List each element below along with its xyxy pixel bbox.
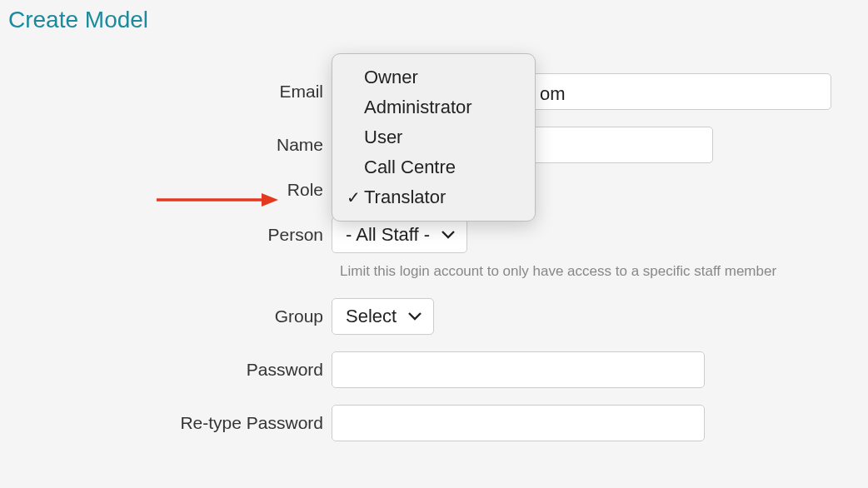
- label-group: Group: [0, 306, 332, 326]
- role-option-label: Translator: [364, 187, 446, 208]
- row-password: Password: [0, 351, 868, 388]
- row-group: Group Select: [0, 298, 868, 335]
- group-select-value: Select: [346, 306, 397, 327]
- label-email: Email: [0, 82, 332, 102]
- role-option-administrator[interactable]: Administrator: [332, 92, 535, 122]
- role-option-translator[interactable]: ✓ Translator: [332, 182, 535, 212]
- role-option-label: Call Centre: [364, 157, 456, 178]
- label-name: Name: [0, 135, 332, 155]
- row-person: Person - All Staff -: [0, 217, 868, 253]
- role-option-user[interactable]: User: [332, 122, 535, 152]
- role-option-label: Owner: [364, 67, 418, 88]
- label-retype-password: Re-type Password: [0, 413, 332, 433]
- chevron-down-icon: [441, 231, 455, 239]
- role-option-label: Administrator: [364, 97, 472, 118]
- password-input[interactable]: [332, 351, 705, 388]
- role-option-owner[interactable]: Owner: [332, 62, 535, 92]
- person-help-text: Limit this login account to only have ac…: [340, 263, 868, 280]
- chevron-down-icon: [408, 312, 422, 321]
- label-password: Password: [0, 360, 332, 380]
- person-select-value: - All Staff -: [346, 224, 430, 246]
- label-person: Person: [0, 225, 332, 245]
- page-title: Create Model: [0, 0, 868, 33]
- email-value-visible-tail: om: [540, 83, 566, 105]
- group-select[interactable]: Select: [332, 298, 434, 335]
- role-option-label: User: [364, 127, 402, 148]
- role-dropdown-popup[interactable]: Owner Administrator User Call Centre ✓ T…: [332, 53, 536, 222]
- person-select[interactable]: - All Staff -: [332, 217, 467, 253]
- check-icon: ✓: [342, 187, 364, 207]
- role-option-call-centre[interactable]: Call Centre: [332, 152, 535, 182]
- label-role: Role: [0, 180, 332, 200]
- retype-password-input[interactable]: [332, 405, 705, 441]
- row-retype-password: Re-type Password: [0, 405, 868, 441]
